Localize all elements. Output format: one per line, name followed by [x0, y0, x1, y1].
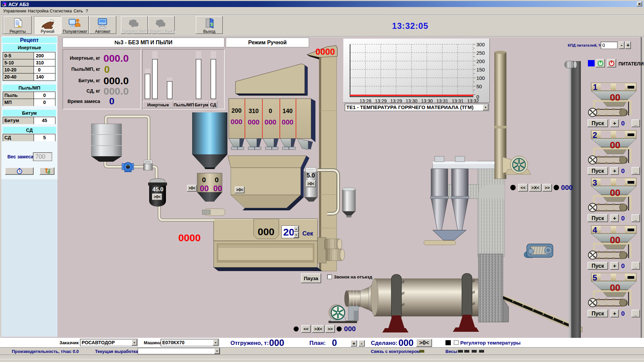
- svg-text:100: 100: [476, 75, 485, 81]
- svg-text:200: 200: [476, 58, 485, 64]
- svg-text:13:32: 13:32: [467, 98, 479, 104]
- svg-text:13:29: 13:29: [390, 98, 402, 104]
- svg-text:13:29: 13:29: [375, 98, 387, 104]
- svg-text:13:30: 13:30: [421, 98, 433, 104]
- svg-text:250: 250: [476, 50, 485, 56]
- svg-text:13:30: 13:30: [405, 98, 417, 104]
- svg-text:13:28: 13:28: [359, 98, 371, 104]
- svg-text:300: 300: [476, 42, 485, 47]
- svg-text:50: 50: [476, 84, 482, 89]
- svg-text:150: 150: [476, 67, 485, 72]
- svg-text:13:31: 13:31: [436, 98, 448, 104]
- svg-text:13:31: 13:31: [452, 98, 464, 104]
